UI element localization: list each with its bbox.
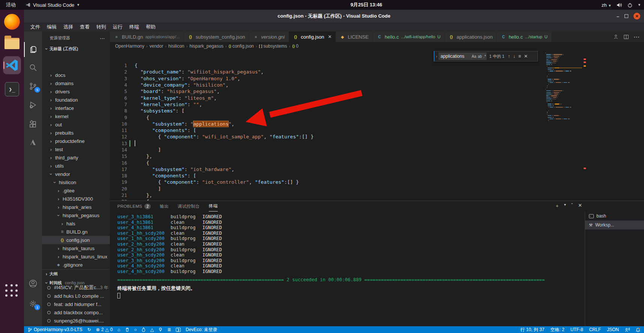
tree-item-config.json[interactable]: {}config.json [42,236,110,244]
tree-item-test[interactable]: ›test [42,145,110,153]
code-editor[interactable]: 1{2 "product_name": "wifiiot_hispark_peg… [110,50,644,201]
workspace-section-header[interactable]: › 无标题 (工作区) [42,45,110,53]
tree-item-.gitee[interactable]: ›.gitee [42,186,110,195]
search-activity-button[interactable] [24,60,42,75]
minimize-button[interactable]: – [617,14,619,19]
editor-tab-config.json[interactable]: {}config.json✕ [289,32,336,42]
tree-item-prebuilts[interactable]: ›prebuilts [42,129,110,137]
find-widget[interactable]: › applications Aa ab .* 1 中的 1 ↑ ↓ ≡ ✕ [434,51,538,62]
menu-item-选择[interactable]: 选择 [60,23,76,31]
tree-item-vendor[interactable]: ›vendor [42,170,110,178]
close-find-button[interactable]: ✕ [523,54,529,59]
timeline-item[interactable]: #I45ICV: 产品配置c...3 年 [42,284,110,292]
editor-tab-BUILD.gn[interactable]: ≡BUILD.gnapplications/app/... [110,32,184,42]
terminal-instance-Worksp...[interactable]: ⚒Worksp... [585,220,644,230]
minimap[interactable] [545,50,582,174]
overview-ruler[interactable] [584,50,586,201]
clean-button[interactable] [125,327,129,332]
azure-activity-button[interactable] [24,135,42,150]
deveco-login-status[interactable]: DevEco: 未登录 [186,327,217,333]
panel-tab-输出[interactable]: 输出 [160,201,169,212]
outline-section-header[interactable]: › 大纲 [42,269,110,278]
previous-match-button[interactable]: ↑ [507,54,511,59]
tree-item-hals[interactable]: ›hals [42,219,110,228]
terminal-dropdown-icon[interactable]: ▾ [564,202,566,209]
tree-item-hispark_pegasus[interactable]: ›hispark_pegasus [42,211,110,219]
tree-item-Hi3516DV300[interactable]: ›Hi3516DV300 [42,195,110,203]
menu-item-运行[interactable]: 运行 [109,23,126,31]
files-launcher[interactable] [3,34,21,52]
tree-item-productdefine[interactable]: ›productdefine [42,137,110,145]
indentation-indicator[interactable]: 空格: 2 [550,327,564,333]
monitor-button[interactable]: △ [150,327,154,332]
editor-tab-applications.json[interactable]: {}applications.json [445,32,497,42]
burn-button[interactable] [142,327,145,332]
branch-indicator[interactable]: OpenHarmony-v3.0-LTS [28,327,82,332]
panel-tab-PROBLEMS[interactable]: PROBLEMS2 [117,201,151,212]
window-title-bar[interactable]: config.json - 无标题 (工作区) - Visual Studio … [24,10,644,22]
feedback-icon[interactable] [625,327,630,332]
find-in-selection-button[interactable]: ≡ [518,54,522,59]
settings-button[interactable]: 1 [24,296,42,311]
more-actions-icon[interactable]: ⋯ [100,35,105,41]
terminal-launcher[interactable]: ❯_ [3,80,21,98]
breadcrumb-item-0[interactable]: {}0 [292,44,298,49]
extensions-activity-button[interactable] [24,117,42,132]
timeline-item[interactable]: add blackbox compo... [42,308,110,316]
close-tab-icon[interactable]: ✕ [328,34,332,39]
home-button[interactable]: ⌂ [118,327,120,332]
lamp-button[interactable] [159,327,162,332]
language-indicator[interactable]: zh ▼ [602,2,611,8]
menu-item-编辑[interactable]: 编辑 [43,23,60,31]
tree-item-BUILD.gn[interactable]: ≡BUILD.gn [42,228,110,236]
match-case-toggle[interactable]: Aa [471,54,477,58]
close-panel-button[interactable]: ✕ [578,202,582,209]
editor-tab-subsystem_config.json[interactable]: {}subsystem_config.json [184,32,249,42]
menu-item-查看[interactable]: 查看 [76,23,93,31]
account-button[interactable] [24,276,42,291]
problems-indicator[interactable]: ⊗2 △0 [96,327,113,332]
menu-item-转到[interactable]: 转到 [93,23,109,31]
tree-item-hispark_aries[interactable]: ›hispark_aries [42,203,110,211]
encoding-indicator[interactable]: UTF-8 [571,327,583,332]
find-input[interactable]: applications Aa ab .* [439,52,487,60]
new-terminal-button[interactable]: ＋ [555,202,560,209]
tree-item-utils[interactable]: ›utils [42,162,110,170]
tree-item-docs[interactable]: ›docs [42,71,110,79]
chevron-down-icon[interactable]: ▼ [638,3,641,7]
tree-item-kernel[interactable]: ›kernel [42,112,110,120]
timeline-item[interactable]: feat: add hidumper f... [42,300,110,308]
tree-item-foundation[interactable]: ›foundation [42,96,110,104]
timeline-item[interactable]: add huks L0 compile ... [42,292,110,300]
bell-icon[interactable] [636,327,640,332]
menu-item-终端[interactable]: 终端 [126,23,142,31]
editor-tab-LICENSE[interactable]: ◆LICENSE [336,32,373,42]
tree-item-hisilicon[interactable]: ›hisilicon [42,178,110,186]
more-actions-icon[interactable]: ⋯ [634,33,640,40]
activities-button[interactable]: 活动 [0,2,22,8]
breadcrumb-item-vendor[interactable]: vendor [150,44,163,49]
account-icon[interactable] [613,34,619,40]
show-applications-button[interactable] [5,284,19,298]
terminal-output[interactable]: user_3_hi3861buildprogIGNOREDuser_4_hi38… [117,214,567,298]
language-mode-indicator[interactable]: JSON [607,327,619,332]
cursor-position[interactable]: 行 10, 列 37 [520,327,544,333]
breadcrumb-item-subsystems[interactable]: [ ]subsystems [259,44,287,49]
tree-item-.gitignore[interactable]: ◆.gitignore [42,261,110,269]
firefox-launcher[interactable] [3,13,21,31]
breadcrumb-item-config.json[interactable]: {}config.json [229,44,254,49]
maximize-button[interactable] [625,14,628,18]
terminal-instance-bash[interactable]: ›bash [585,212,644,220]
tree-item-third_party[interactable]: ›third_party [42,153,110,162]
find-expand-icon[interactable]: › [436,54,437,58]
sync-button[interactable]: ↻ [87,327,91,332]
menu-item-文件[interactable]: 文件 [27,23,43,31]
source-control-activity-button[interactable]: 5 [24,79,42,94]
menu-item-帮助[interactable]: 帮助 [142,23,159,31]
breadcrumb-item-OpenHarmony[interactable]: OpenHarmony [115,44,144,49]
record-button[interactable]: ○ [134,327,137,332]
tree-item-out[interactable]: ›out [42,120,110,129]
explorer-activity-button[interactable] [24,42,42,57]
power-icon[interactable] [628,3,632,8]
breadcrumb[interactable]: OpenHarmony›vendor›hisilicon›hispark_peg… [110,42,644,50]
